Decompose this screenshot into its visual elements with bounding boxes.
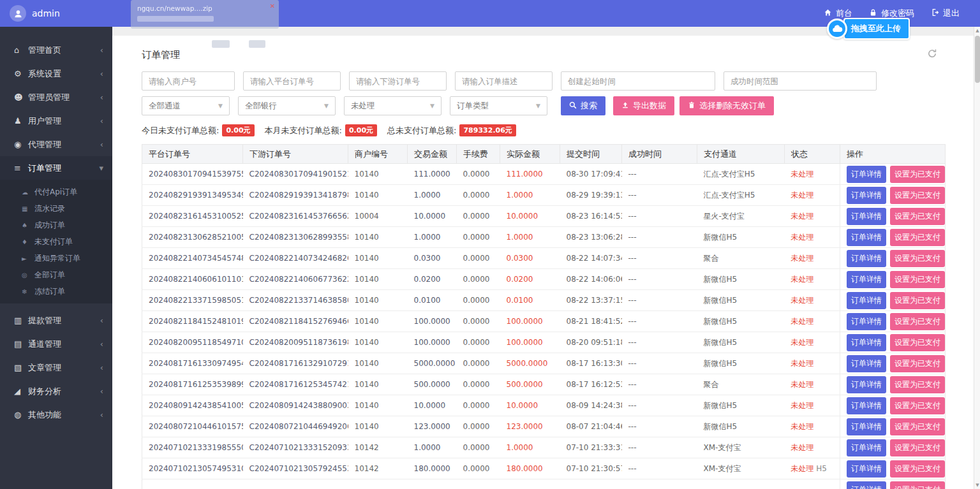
column-header: 下游订单号 <box>243 145 348 164</box>
cell-merchant: 10140 <box>348 290 408 311</box>
user-brand[interactable]: admin <box>0 5 60 22</box>
order-detail-button[interactable]: 订单详情 <box>847 292 886 309</box>
sidebar-item[interactable]: ◉代理管理‹ <box>0 133 112 156</box>
set-paid-button[interactable]: 设置为已支付 <box>890 313 945 330</box>
order-detail-button[interactable]: 订单详情 <box>847 355 886 372</box>
filter-select-1[interactable]: 全部银行▼ <box>238 96 336 115</box>
ghost-close-icon[interactable]: ✕ <box>270 3 275 10</box>
order-detail-button[interactable]: 订单详情 <box>847 481 886 489</box>
cell-actual: 123.0000 <box>500 416 560 437</box>
set-paid-button[interactable]: 设置为已支付 <box>890 187 945 204</box>
vertical-scrollbar[interactable]: ▲ ▼ <box>974 27 980 489</box>
order-detail-button[interactable]: 订单详情 <box>847 376 886 393</box>
order-detail-button[interactable]: 订单详情 <box>847 418 886 435</box>
cell-success_time: --- <box>622 374 697 395</box>
sidebar-subitem[interactable]: ☁代付Api订单 <box>0 184 112 200</box>
order-detail-button[interactable]: 订单详情 <box>847 439 886 456</box>
filter-input-0[interactable] <box>142 71 235 91</box>
filter-input-5[interactable] <box>724 71 877 91</box>
order-detail-button[interactable]: 订单详情 <box>847 166 886 183</box>
order-detail-button[interactable]: 订单详情 <box>847 271 886 288</box>
upload-dropzone[interactable]: 拖拽至此上传 <box>827 18 910 40</box>
logout-link[interactable]: 退出 <box>931 8 960 19</box>
column-header: 交易金额 <box>408 145 457 164</box>
sidebar-item[interactable]: ♟用户管理‹ <box>0 109 112 133</box>
filter-select-3[interactable]: 订单类型▼ <box>450 96 547 115</box>
cell-status: 未处理 <box>785 248 840 269</box>
search-button[interactable]: 搜索 <box>561 96 605 115</box>
unpaid-icon: ♦ <box>22 238 34 245</box>
order-detail-button[interactable]: 订单详情 <box>847 250 886 267</box>
sidebar-item[interactable]: ≡订单管理▾ <box>0 156 112 180</box>
cell-status: 未处理 <box>785 374 840 395</box>
sidebar-item[interactable]: ◍其他功能‹ <box>0 403 112 427</box>
chevron-left-icon: ‹ <box>100 339 103 349</box>
scroll-down-arrow[interactable]: ▼ <box>974 481 980 489</box>
cell-merchant: 10140 <box>348 332 408 353</box>
set-paid-button[interactable]: 设置为已支付 <box>890 292 945 309</box>
sidebar-item[interactable]: ☻管理员管理‹ <box>0 85 112 109</box>
order-detail-button[interactable]: 订单详情 <box>847 460 886 478</box>
set-paid-button[interactable]: 设置为已支付 <box>890 250 945 267</box>
sidebar: ⌂管理首页‹⚙系统设置‹☻管理员管理‹♟用户管理‹◉代理管理‹≡订单管理▾☁代付… <box>0 27 112 489</box>
cloud-icon: ☁ <box>22 189 34 196</box>
cell-downstream: C20240823130628993558 <box>243 227 348 248</box>
cell-platform: 20240829193913495349 <box>142 185 243 206</box>
sidebar-subitem[interactable]: ▦流水记录 <box>0 200 112 217</box>
cell-actions: 订单详情设置为已支付 <box>840 374 946 395</box>
sidebar-item[interactable]: ▥提款管理‹ <box>0 309 112 332</box>
scroll-thumb[interactable] <box>975 36 980 83</box>
set-paid-button[interactable]: 设置为已支付 <box>890 376 945 393</box>
order-detail-button[interactable]: 订单详情 <box>847 187 886 204</box>
cell-channel: 汇点-支付宝H5 <box>697 185 785 206</box>
order-detail-button[interactable]: 订单详情 <box>847 397 886 414</box>
filter-input-4[interactable] <box>561 71 715 91</box>
set-paid-button[interactable]: 设置为已支付 <box>890 397 945 414</box>
sidebar-item[interactable]: ▤通道管理‹ <box>0 332 112 356</box>
column-header: 操作 <box>840 145 946 164</box>
cell-actual <box>500 479 560 489</box>
sidebar-subitem[interactable]: ♦未支付订单 <box>0 233 112 250</box>
scroll-up-arrow[interactable]: ▲ <box>974 27 980 34</box>
filter-input-2[interactable] <box>349 71 447 91</box>
order-detail-button[interactable]: 订单详情 <box>847 208 886 225</box>
sidebar-subitem[interactable]: ►通知异常订单 <box>0 250 112 266</box>
filter-select-2[interactable]: 未处理▼ <box>344 96 442 115</box>
sidebar-item[interactable]: ⚙系统设置‹ <box>0 62 112 85</box>
summary-label: 总未支付订单总额: <box>387 125 456 136</box>
refresh-icon[interactable] <box>927 48 937 61</box>
filter-select-0[interactable]: 全部通道▼ <box>142 96 230 115</box>
set-paid-button[interactable]: 设置为已支付 <box>890 460 945 478</box>
order-detail-button[interactable]: 订单详情 <box>847 334 886 351</box>
sidebar-subitem[interactable]: ◎全部订单 <box>0 266 112 283</box>
filter-input-3[interactable] <box>455 71 553 91</box>
set-paid-button[interactable]: 设置为已支付 <box>890 334 945 351</box>
set-paid-button[interactable]: 设置为已支付 <box>890 439 945 456</box>
sidebar-subitem[interactable]: ♠成功订单 <box>0 217 112 233</box>
sidebar-item-label: 代理管理 <box>28 139 100 150</box>
export-button[interactable]: 导出数据 <box>613 96 674 115</box>
chevron-down-icon: ▾ <box>99 163 103 173</box>
set-paid-button[interactable]: 设置为已支付 <box>890 229 945 246</box>
set-paid-button[interactable]: 设置为已支付 <box>890 208 945 225</box>
order-detail-button[interactable]: 订单详情 <box>847 229 886 246</box>
sidebar-subitem[interactable]: ❄冻结订单 <box>0 283 112 300</box>
set-paid-button[interactable]: 设置为已支付 <box>890 418 945 435</box>
order-detail-button[interactable]: 订单详情 <box>847 313 886 330</box>
set-paid-button[interactable]: 设置为已支付 <box>890 481 945 489</box>
orders-tbody: 20240830170941539755C2024083017094190152… <box>142 164 946 489</box>
cell-submit_time: 08-07 21:04:46 <box>560 416 622 437</box>
sidebar-item[interactable]: ▧文章管理‹ <box>0 356 112 379</box>
set-paid-button[interactable]: 设置为已支付 <box>890 166 945 183</box>
delete-invalid-button[interactable]: 选择删除无效订单 <box>679 96 774 115</box>
cell-merchant: 10140 <box>348 164 408 185</box>
set-paid-button[interactable]: 设置为已支付 <box>890 355 945 372</box>
cell-merchant: 10004 <box>348 206 408 227</box>
filter-input-1[interactable] <box>243 71 341 91</box>
sidebar-item[interactable]: ◢财务分析‹ <box>0 379 112 403</box>
set-paid-button[interactable]: 设置为已支付 <box>890 271 945 288</box>
cell-fee: 0.0000 <box>457 353 500 374</box>
cell-amount: 500.0000 <box>408 374 457 395</box>
column-header: 状态 <box>785 145 840 164</box>
sidebar-item[interactable]: ⌂管理首页‹ <box>0 38 112 62</box>
